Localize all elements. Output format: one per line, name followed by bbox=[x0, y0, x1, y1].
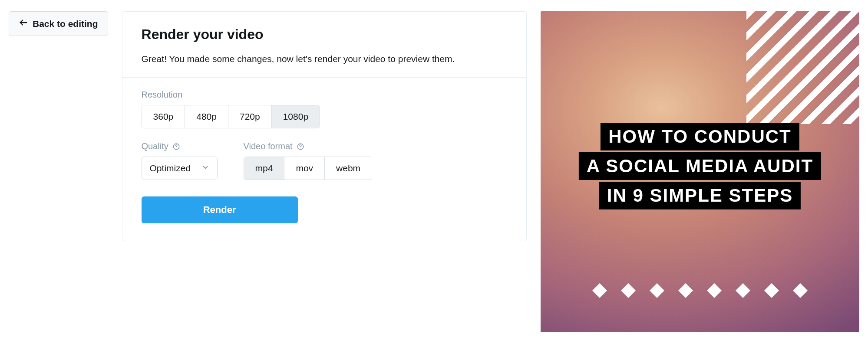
chevron-down-icon bbox=[201, 163, 209, 173]
diamond-icon bbox=[650, 283, 664, 298]
quality-help-icon[interactable] bbox=[172, 142, 181, 151]
format-column: Video format mp4 mov webm bbox=[244, 141, 373, 180]
render-card-header: Render your video Great! You made some c… bbox=[122, 12, 526, 78]
resolution-group: 360p 480p 720p 1080p bbox=[142, 105, 320, 128]
progress-diamonds bbox=[541, 285, 859, 296]
format-label-row: Video format bbox=[244, 141, 373, 151]
render-button[interactable]: Render bbox=[142, 196, 298, 223]
format-label: Video format bbox=[244, 141, 293, 151]
diamond-icon bbox=[736, 283, 750, 298]
resolution-label-row: Resolution bbox=[142, 90, 507, 100]
arrow-left-icon bbox=[19, 18, 28, 29]
quality-selected-value: Optimized bbox=[150, 163, 191, 173]
diamond-icon bbox=[592, 283, 607, 298]
diamond-icon bbox=[621, 283, 636, 298]
quality-label: Quality bbox=[142, 141, 168, 151]
svg-point-2 bbox=[176, 147, 176, 148]
format-group: mp4 mov webm bbox=[244, 157, 373, 180]
preview-title-line-2: A SOCIAL MEDIA AUDIT bbox=[579, 152, 821, 180]
video-preview: HOW TO CONDUCT A SOCIAL MEDIA AUDIT IN 9… bbox=[541, 11, 859, 332]
render-card: Render your video Great! You made some c… bbox=[122, 11, 527, 241]
quality-label-row: Quality bbox=[142, 141, 218, 151]
quality-column: Quality Optimized bbox=[142, 141, 218, 180]
resolution-option-720p[interactable]: 720p bbox=[228, 105, 272, 128]
format-option-mp4[interactable]: mp4 bbox=[244, 157, 285, 180]
format-option-webm[interactable]: webm bbox=[325, 157, 372, 180]
quality-select[interactable]: Optimized bbox=[142, 157, 218, 180]
svg-point-4 bbox=[300, 147, 300, 148]
diamond-icon bbox=[764, 283, 779, 298]
resolution-option-1080p[interactable]: 1080p bbox=[272, 105, 320, 128]
preview-title-line-1: HOW TO CONDUCT bbox=[601, 123, 799, 150]
diamond-icon bbox=[793, 283, 808, 298]
stripes-decoration bbox=[746, 11, 859, 124]
preview-title-block: HOW TO CONDUCT A SOCIAL MEDIA AUDIT IN 9… bbox=[579, 122, 821, 210]
resolution-label: Resolution bbox=[142, 90, 183, 100]
back-to-editing-button[interactable]: Back to editing bbox=[9, 11, 108, 36]
format-help-icon[interactable] bbox=[296, 142, 305, 151]
format-option-mov[interactable]: mov bbox=[284, 157, 325, 180]
render-card-body: Resolution 360p 480p 720p 1080p Quality … bbox=[122, 78, 526, 241]
preview-title-line-3: IN 9 SIMPLE STEPS bbox=[599, 182, 801, 209]
render-card-title: Render your video bbox=[142, 26, 507, 42]
resolution-option-360p[interactable]: 360p bbox=[142, 105, 185, 128]
resolution-option-480p[interactable]: 480p bbox=[185, 105, 228, 128]
back-button-label: Back to editing bbox=[33, 19, 98, 29]
render-card-subtitle: Great! You made some changes, now let's … bbox=[142, 54, 507, 64]
diamond-icon bbox=[678, 283, 693, 298]
diamond-icon bbox=[707, 283, 722, 298]
